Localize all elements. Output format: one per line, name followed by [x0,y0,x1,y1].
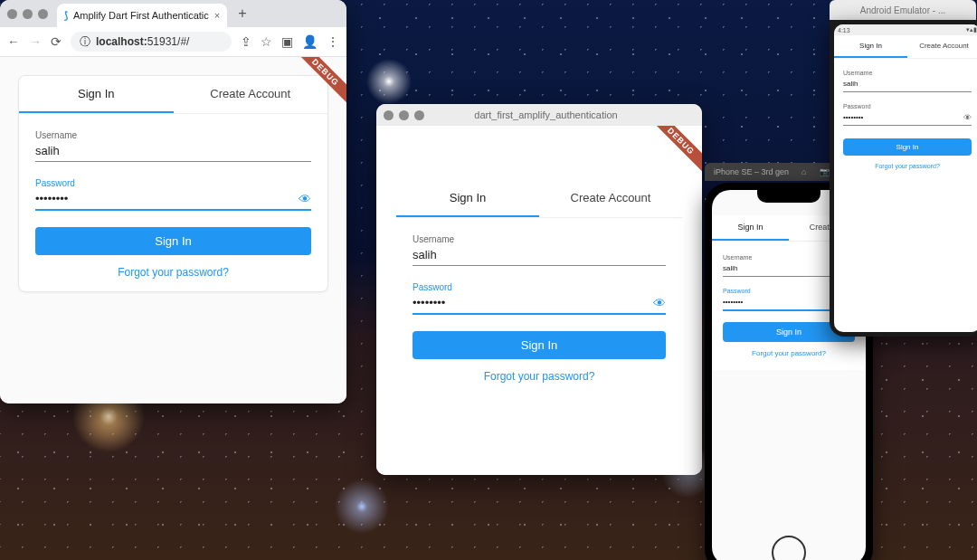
android-time: 4:13 [838,27,850,33]
tab-sign-in[interactable]: Sign In [712,215,789,241]
flutter-favicon-icon: ⟆ [64,10,68,22]
window-traffic-lights[interactable] [7,9,48,19]
auth-tabs: Sign In Create Account [834,35,977,59]
chrome-window: ⟆ Amplify Dart First Authenticatic × + ←… [0,0,346,403]
android-device: 4:13 ▾▴▮ Sign In Create Account Username… [830,20,977,337]
username-label: Username [35,130,311,140]
android-emulator-title: Android Emulator - ... [860,5,945,15]
username-label: Username [843,70,972,76]
chrome-tabstrip: ⟆ Amplify Dart First Authenticatic × + [0,0,346,27]
screenshot-icon[interactable]: 📷 [820,167,830,176]
password-input[interactable]: •••••••• [35,190,299,207]
sign-in-button[interactable]: Sign In [843,138,972,156]
tab-sign-in[interactable]: Sign In [19,76,174,113]
macos-app-window: dart_first_amplify_authentication DEBUG … [376,104,702,475]
auth-card: Sign In Create Account Username salih Pa… [18,75,328,292]
tab-create-account[interactable]: Create Account [539,180,682,217]
tab-close-icon[interactable]: × [214,10,220,21]
window-traffic-lights[interactable] [384,110,424,120]
home-icon[interactable]: ⌂ [802,167,806,176]
macos-titlebar: dart_first_amplify_authentication [376,104,702,126]
site-info-icon[interactable]: ⓘ [80,34,90,50]
password-label: Password [413,282,666,292]
username-input[interactable]: salih [35,142,311,159]
overflow-menu-icon[interactable]: ⋮ [327,34,339,49]
password-label: Password [843,103,972,109]
tab-sign-in[interactable]: Sign In [396,180,539,217]
profile-icon[interactable]: 👤 [302,34,318,49]
sidepanel-icon[interactable]: ▣ [281,34,293,49]
sign-in-button[interactable]: Sign In [413,331,666,359]
macos-window-title: dart_first_amplify_authentication [433,109,659,120]
tab-sign-in[interactable]: Sign In [834,35,907,58]
share-icon[interactable]: ⇪ [241,34,251,49]
tab-create-account[interactable]: Create Account [907,35,977,58]
username-input[interactable]: salih [843,78,972,90]
bookmark-icon[interactable]: ☆ [261,34,272,49]
auth-card: Sign In Create Account Username salih Pa… [396,180,682,395]
ios-simulator-title: iPhone SE – 3rd gen [714,167,789,176]
auth-card: Sign In Create Account Username salih Pa… [834,35,977,180]
visibility-toggle-icon[interactable]: 👁 [963,113,972,122]
macos-content: DEBUG Sign In Create Account Username sa… [376,126,702,475]
reload-icon[interactable]: ⟳ [51,34,62,49]
username-label: Username [413,234,666,244]
password-input[interactable]: •••••••• [843,111,963,123]
chrome-toolbar: ← → ⟳ ⓘ localhost:51931/#/ ⇪ ☆ ▣ 👤 ⋮ [0,27,346,57]
new-tab-button[interactable]: + [232,5,251,22]
password-label: Password [35,178,311,188]
url-bar[interactable]: ⓘ localhost:51931/#/ [71,32,232,52]
browser-tab-title: Amplify Dart First Authenticatic [73,10,209,21]
android-status-icons: ▾▴▮ [966,26,977,33]
ios-simulator-titlebar: iPhone SE – 3rd gen ⌂ 📷 ↻ [705,163,846,181]
password-input[interactable]: •••••••• [413,294,653,311]
android-screen: 4:13 ▾▴▮ Sign In Create Account Username… [834,24,977,332]
desktop-background: ⟆ Amplify Dart First Authenticatic × + ←… [0,0,977,560]
forgot-password-link[interactable]: Forgot your password? [35,266,311,279]
forgot-password-link[interactable]: Forgot your password? [723,349,855,357]
forgot-password-link[interactable]: Forgot your password? [843,163,972,169]
auth-tabs: Sign In Create Account [19,76,327,114]
username-input[interactable]: salih [413,246,666,263]
android-emulator-titlebar: Android Emulator - ... [830,0,976,20]
android-status-bar: 4:13 ▾▴▮ [834,24,977,35]
back-icon[interactable]: ← [7,34,20,49]
visibility-toggle-icon[interactable]: 👁 [299,192,311,206]
debug-banner: DEBUG [292,57,346,111]
forward-icon[interactable]: → [29,34,42,49]
debug-banner: DEBUG [648,126,702,180]
browser-tab[interactable]: ⟆ Amplify Dart First Authenticatic × [57,4,227,27]
forgot-password-link[interactable]: Forgot your password? [413,370,666,383]
visibility-toggle-icon[interactable]: 👁 [653,296,666,310]
chrome-viewport: DEBUG Sign In Create Account Username sa… [0,57,346,403]
iphone-notch [757,190,820,203]
auth-tabs: Sign In Create Account [396,180,682,218]
sign-in-button[interactable]: Sign In [35,227,311,255]
password-input[interactable]: •••••••• [723,296,846,308]
